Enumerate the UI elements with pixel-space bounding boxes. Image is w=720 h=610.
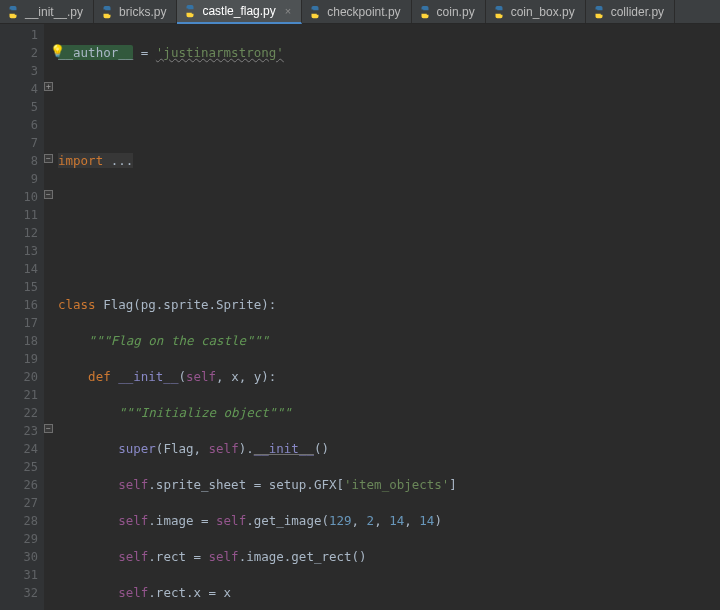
line-number: 27 <box>0 494 44 512</box>
line-number: 31 <box>0 566 44 584</box>
line-number: 9 <box>0 170 44 188</box>
python-icon <box>6 5 20 19</box>
python-icon <box>418 5 432 19</box>
line-number: 18 <box>0 332 44 350</box>
tab-label: coin_box.py <box>511 5 575 19</box>
line-number: 15 <box>0 278 44 296</box>
line-number: 23 <box>0 422 44 440</box>
tab-checkpoint[interactable]: checkpoint.py <box>302 0 411 23</box>
line-number: 11 <box>0 206 44 224</box>
line-number-gutter: 1234567891011121314151617181920212223242… <box>0 24 44 610</box>
editor-tabs: __init__.py bricks.py castle_flag.py × c… <box>0 0 720 24</box>
line-number: 10 <box>0 188 44 206</box>
tab-collider[interactable]: collider.py <box>586 0 675 23</box>
line-number: 25 <box>0 458 44 476</box>
line-number: 4 <box>0 80 44 98</box>
line-number: 1 <box>0 26 44 44</box>
tab-bricks[interactable]: bricks.py <box>94 0 177 23</box>
line-number: 24 <box>0 440 44 458</box>
line-number: 13 <box>0 242 44 260</box>
line-number: 22 <box>0 404 44 422</box>
line-number: 21 <box>0 386 44 404</box>
code-editor[interactable]: 💡 12345678910111213141516171819202122232… <box>0 24 720 610</box>
line-number: 12 <box>0 224 44 242</box>
line-number: 28 <box>0 512 44 530</box>
tab-castle-flag[interactable]: castle_flag.py × <box>177 0 302 24</box>
line-number: 30 <box>0 548 44 566</box>
line-number: 19 <box>0 350 44 368</box>
code-area[interactable]: __author__ = 'justinarmstrong' import ..… <box>44 24 600 610</box>
python-icon <box>183 4 197 18</box>
line-number: 20 <box>0 368 44 386</box>
tab-label: __init__.py <box>25 5 83 19</box>
tab-label: coin.py <box>437 5 475 19</box>
python-icon <box>592 5 606 19</box>
tab-label: castle_flag.py <box>202 4 275 18</box>
tab-coin[interactable]: coin.py <box>412 0 486 23</box>
tab-label: checkpoint.py <box>327 5 400 19</box>
line-number: 2 <box>0 44 44 62</box>
python-icon <box>308 5 322 19</box>
fold-expand-icon[interactable]: + <box>44 82 53 91</box>
line-number: 14 <box>0 260 44 278</box>
fold-collapse-icon[interactable]: − <box>44 424 53 433</box>
fold-collapse-icon[interactable]: − <box>44 154 53 163</box>
fold-column: + − − − <box>44 24 54 610</box>
line-number: 8 <box>0 152 44 170</box>
tab-label: bricks.py <box>119 5 166 19</box>
close-icon[interactable]: × <box>285 5 291 17</box>
tab-label: collider.py <box>611 5 664 19</box>
tab-init[interactable]: __init__.py <box>0 0 94 23</box>
python-icon <box>492 5 506 19</box>
line-number: 7 <box>0 134 44 152</box>
line-number: 5 <box>0 98 44 116</box>
line-number: 29 <box>0 530 44 548</box>
line-number: 26 <box>0 476 44 494</box>
tab-coin-box[interactable]: coin_box.py <box>486 0 586 23</box>
fold-collapse-icon[interactable]: − <box>44 190 53 199</box>
line-number: 16 <box>0 296 44 314</box>
line-number: 3 <box>0 62 44 80</box>
python-icon <box>100 5 114 19</box>
line-number: 6 <box>0 116 44 134</box>
line-number: 32 <box>0 584 44 602</box>
line-number: 17 <box>0 314 44 332</box>
